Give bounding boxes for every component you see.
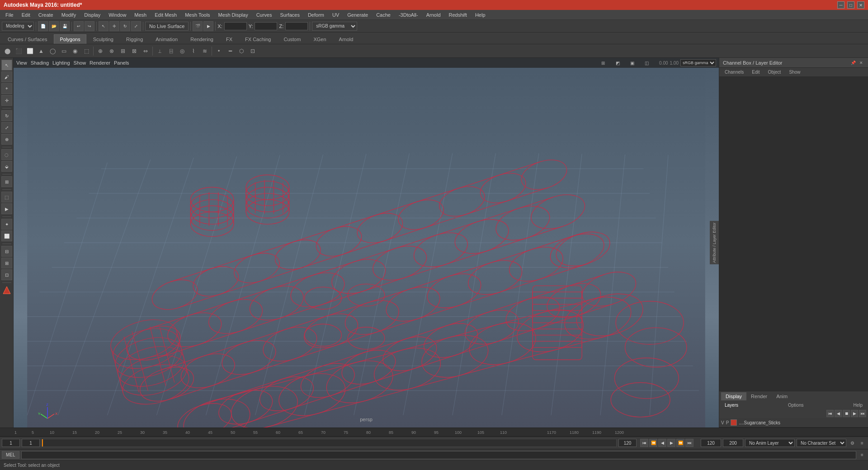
tab-anim[interactable]: Anim xyxy=(772,392,792,400)
sphere-icon[interactable]: ⬤ xyxy=(2,46,13,56)
vp-menu-shading[interactable]: Shading xyxy=(31,60,49,66)
layer-p[interactable]: P xyxy=(726,420,729,425)
extrude-icon[interactable]: ⟂ xyxy=(154,46,165,56)
mel-input[interactable] xyxy=(21,451,856,459)
vp-icon-1[interactable]: ⊞ xyxy=(598,58,609,68)
cylinder-icon[interactable]: ⬜ xyxy=(24,46,35,56)
maximize-button[interactable]: □ xyxy=(847,1,854,9)
menu-uv[interactable]: UV xyxy=(329,11,343,19)
close-button[interactable]: ✕ xyxy=(857,1,864,9)
tab-layers[interactable]: Layers xyxy=(722,402,741,408)
menu-mesh[interactable]: Mesh xyxy=(131,11,150,19)
menu-redshift[interactable]: Redshift xyxy=(445,11,471,19)
tab-edit[interactable]: Edit xyxy=(748,69,763,75)
save-file-btn[interactable]: 💾 xyxy=(60,21,70,31)
extract-icon[interactable]: ⊞ xyxy=(118,46,128,56)
universal-manip[interactable]: ⊕ xyxy=(1,134,12,145)
menu-generate[interactable]: Generate xyxy=(344,11,372,19)
channel-box-close[interactable]: ✕ xyxy=(858,60,864,66)
vp-menu-panels[interactable]: Panels xyxy=(114,60,129,66)
tab-fx[interactable]: FX xyxy=(220,34,238,44)
undo-btn[interactable]: ↩ xyxy=(74,21,84,31)
menu-modify[interactable]: Modify xyxy=(58,11,80,19)
menu-file[interactable]: File xyxy=(2,11,17,19)
menu-curves[interactable]: Curves xyxy=(253,11,276,19)
workspace-select[interactable]: Modeling xyxy=(2,22,34,31)
render-btn[interactable]: 🎬 xyxy=(193,21,203,31)
vp-menu-view[interactable]: View xyxy=(16,60,27,66)
marking-menu[interactable]: ✦ xyxy=(1,219,12,230)
separate-icon[interactable]: ⊗ xyxy=(106,46,117,56)
minimize-button[interactable]: ─ xyxy=(837,1,844,9)
scale-tool-left[interactable]: ⤢ xyxy=(1,122,12,133)
layer-end-btn[interactable]: ⏭ xyxy=(859,410,866,417)
attr-editor-tab[interactable]: Attribute / Layer Editor xyxy=(710,221,719,264)
paint-select-tool[interactable]: 🖌 xyxy=(1,71,12,82)
snap-grid[interactable]: ⊟ xyxy=(1,246,12,257)
timeline-extra-btn[interactable]: ≡ xyxy=(858,439,866,447)
tab-curves-surfaces[interactable]: Curves / Surfaces xyxy=(2,34,53,44)
snap-point[interactable]: ⊡ xyxy=(1,269,12,280)
fill-hole-icon[interactable]: ◎ xyxy=(177,46,188,56)
hotbox[interactable]: ⬜ xyxy=(1,230,12,241)
frame-start-input[interactable] xyxy=(22,439,40,447)
uv-icon[interactable]: ⊡ xyxy=(247,46,258,56)
scale-tool-btn[interactable]: ⤢ xyxy=(131,21,141,31)
vp-icon-4[interactable]: ◫ xyxy=(641,58,652,68)
tab-rendering[interactable]: Rendering xyxy=(184,34,219,44)
next-frame-btn[interactable]: ⏩ xyxy=(676,439,684,447)
layer-stop-btn[interactable]: ⏹ xyxy=(843,410,850,417)
tab-options[interactable]: Options xyxy=(785,402,806,408)
vp-icon-3[interactable]: ▣ xyxy=(627,58,637,68)
face-icon[interactable]: ⬡ xyxy=(236,46,247,56)
tab-animation[interactable]: Animation xyxy=(150,34,184,44)
layer-visibility[interactable]: V xyxy=(721,420,724,425)
menu-help[interactable]: Help xyxy=(472,11,489,19)
layer-back-btn[interactable]: ⏮ xyxy=(826,410,834,417)
tab-xgen[interactable]: XGen xyxy=(307,34,332,44)
tab-channels[interactable]: Channels xyxy=(721,69,747,75)
menu-display[interactable]: Display xyxy=(80,11,104,19)
y-input[interactable] xyxy=(255,22,277,30)
open-file-btn[interactable]: 📂 xyxy=(49,21,59,31)
plane-icon[interactable]: ▭ xyxy=(58,46,69,56)
timeline-settings-btn[interactable]: ⚙ xyxy=(848,439,856,447)
vertex-icon[interactable]: • xyxy=(213,46,224,56)
tab-display[interactable]: Display xyxy=(721,392,746,400)
tab-object[interactable]: Object xyxy=(764,69,785,75)
gamma-select[interactable]: sRGB gamma xyxy=(312,22,357,31)
end-frame-input[interactable] xyxy=(618,439,637,447)
select-tool-btn[interactable]: ↖ xyxy=(99,21,108,31)
tab-fx-caching[interactable]: FX Caching xyxy=(239,34,277,44)
layer-color-swatch[interactable] xyxy=(731,419,737,426)
sculpt-tool[interactable]: ⬙ xyxy=(1,161,12,172)
menu-deform[interactable]: Deform xyxy=(304,11,328,19)
cone-icon[interactable]: ▲ xyxy=(36,46,47,56)
tab-rigging[interactable]: Rigging xyxy=(120,34,149,44)
edge-icon[interactable]: ━ xyxy=(225,46,236,56)
channel-box-pin[interactable]: 📌 xyxy=(850,60,856,66)
tab-help[interactable]: Help xyxy=(850,402,865,408)
redo-btn[interactable]: ↪ xyxy=(85,21,94,31)
vp-menu-lighting[interactable]: Lighting xyxy=(52,60,70,66)
mirror-icon[interactable]: ⇔ xyxy=(140,46,151,56)
z-input[interactable] xyxy=(285,22,308,30)
menu-create[interactable]: Create xyxy=(35,11,57,19)
render-region[interactable]: ⬚ xyxy=(1,192,12,202)
menu-edit[interactable]: Edit xyxy=(18,11,34,19)
lasso-tool[interactable]: ⌖ xyxy=(1,83,12,94)
menu-3dto[interactable]: -3DtoAll- xyxy=(395,11,422,19)
soft-mod-tool[interactable]: ◌ xyxy=(1,149,12,160)
char-set-dropdown[interactable]: No Character Set xyxy=(797,439,846,447)
menu-mesh-display[interactable]: Mesh Display xyxy=(215,11,252,19)
move-tool-btn[interactable]: ✛ xyxy=(109,21,119,31)
select-tool-left[interactable]: ↖ xyxy=(1,60,12,70)
play-forward-btn[interactable]: ▶ xyxy=(667,439,675,447)
current-frame-input[interactable] xyxy=(2,439,20,447)
script-editor-btn[interactable]: ≡ xyxy=(858,451,866,459)
tab-show[interactable]: Show xyxy=(785,69,804,75)
smooth-icon[interactable]: ≋ xyxy=(199,46,210,56)
anim-layer-dropdown[interactable]: No Anim Layer xyxy=(745,439,795,447)
snap-curve[interactable]: ⊞ xyxy=(1,258,12,268)
menu-window[interactable]: Window xyxy=(105,11,130,19)
